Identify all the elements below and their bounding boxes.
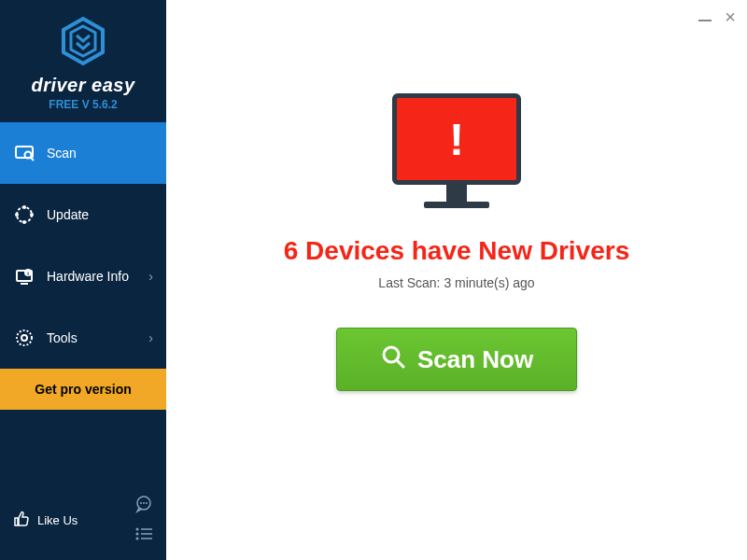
exclamation-icon: ! — [449, 114, 464, 165]
sidebar-item-hardware-info[interactable]: i Hardware Info › — [0, 245, 166, 307]
window-controls: × — [698, 7, 736, 26]
bottom-icons — [134, 495, 153, 545]
sidebar-item-label: Tools — [47, 330, 78, 345]
thumbs-up-icon — [13, 511, 30, 530]
svg-line-27 — [397, 360, 403, 367]
sidebar-item-scan[interactable]: Scan — [0, 122, 166, 184]
close-button[interactable]: × — [725, 7, 736, 26]
alert-monitor-graphic: ! — [392, 93, 521, 208]
like-us-button[interactable]: Like Us — [13, 511, 78, 530]
svg-point-20 — [136, 528, 139, 531]
nav: Scan Update — [0, 122, 166, 483]
last-scan-text: Last Scan: 3 minute(s) ago — [378, 275, 534, 290]
scan-now-label: Scan Now — [417, 345, 533, 374]
get-pro-button[interactable]: Get pro version — [0, 369, 166, 410]
svg-point-19 — [146, 502, 148, 504]
search-icon — [380, 343, 406, 376]
headline: 6 Devices have New Drivers — [284, 236, 629, 266]
scan-now-button[interactable]: Scan Now — [336, 328, 577, 391]
svg-point-14 — [17, 330, 32, 345]
monitor-stand — [446, 185, 467, 202]
svg-point-7 — [22, 220, 26, 224]
svg-point-18 — [143, 502, 145, 504]
main-content: × ! 6 Devices have New Drivers Last Scan… — [166, 0, 747, 560]
logo-icon — [60, 17, 106, 69]
hardware-info-icon: i — [13, 266, 35, 287]
chevron-right-icon: › — [148, 330, 153, 345]
scan-icon — [13, 143, 35, 163]
svg-point-17 — [140, 502, 142, 504]
sidebar-item-label: Scan — [47, 146, 77, 161]
chevron-right-icon: › — [148, 269, 153, 284]
sidebar-item-update[interactable]: Update — [0, 184, 166, 245]
logo-area: driver easy FREE V 5.6.2 — [0, 0, 166, 122]
svg-point-8 — [15, 213, 19, 217]
svg-point-15 — [21, 335, 27, 341]
sidebar-item-label: Update — [47, 207, 89, 222]
svg-point-9 — [30, 213, 34, 217]
svg-line-4 — [31, 158, 35, 161]
version-label: FREE V 5.6.2 — [0, 98, 166, 111]
like-us-label: Like Us — [37, 513, 78, 527]
minimize-button[interactable] — [698, 20, 712, 21]
brand-name: driver easy — [0, 75, 166, 96]
svg-point-24 — [136, 538, 139, 540]
sidebar-item-label: Hardware Info — [47, 269, 129, 284]
monitor-base — [424, 202, 489, 208]
tools-icon — [13, 328, 35, 348]
update-icon — [13, 204, 35, 225]
svg-point-22 — [136, 533, 139, 536]
monitor-screen-icon: ! — [392, 93, 521, 185]
sidebar: driver easy FREE V 5.6.2 Scan — [0, 0, 166, 560]
app-window: driver easy FREE V 5.6.2 Scan — [0, 0, 747, 560]
sidebar-item-tools[interactable]: Tools › — [0, 307, 166, 369]
sidebar-bottom: Like Us — [0, 483, 166, 560]
feedback-icon[interactable] — [134, 495, 153, 517]
get-pro-label: Get pro version — [35, 382, 131, 397]
svg-point-5 — [17, 207, 32, 222]
menu-icon[interactable] — [134, 526, 153, 545]
svg-point-6 — [22, 205, 26, 209]
